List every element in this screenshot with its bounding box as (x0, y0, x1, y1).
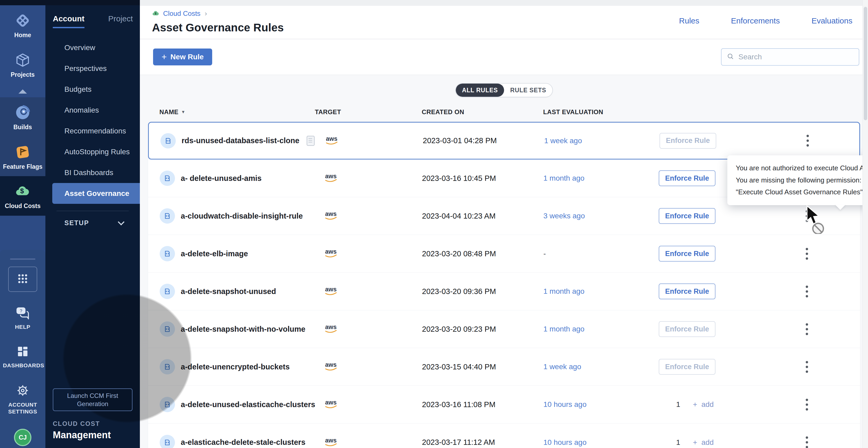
scrollbar-thumb[interactable] (864, 7, 867, 120)
sidebar-item-asset-governance[interactable]: Asset Governance (52, 183, 140, 204)
rail-item-builds[interactable]: Builds (0, 97, 45, 137)
enforce-rule-button[interactable]: Enforce Rule (659, 133, 716, 149)
sidebar-item-recommendations[interactable]: Recommendations (45, 120, 140, 141)
enforce-rule-button[interactable]: Enforce Rule (659, 283, 715, 299)
launch-ccm-first-gen-button[interactable]: Launch CCM First Generation (53, 388, 132, 411)
svg-text:aws: aws (325, 399, 337, 406)
target-cell: aws (313, 361, 420, 373)
setup-section-toggle[interactable]: SETUP (45, 211, 140, 227)
row-menu-cell (792, 361, 860, 373)
last-evaluation-link[interactable]: 1 month ago (541, 287, 659, 296)
breadcrumb: $ Cloud Costs › (152, 9, 284, 18)
rule-name-cell: a-delete-unencrypted-buckets (148, 359, 313, 374)
rule-name-cell: a-elasticache-delete-stale-clusters (148, 435, 313, 448)
enforce-rule-button[interactable]: Enforce Rule (659, 321, 715, 337)
table-row[interactable]: rds-unused-databases-list-clone aws 2023… (148, 122, 860, 160)
kebab-menu-icon[interactable] (805, 437, 809, 448)
kebab-menu-icon[interactable] (805, 399, 809, 411)
breadcrumb-cloud-costs[interactable]: Cloud Costs (163, 9, 200, 18)
last-evaluation-link[interactable]: 1 week ago (541, 363, 659, 371)
rail-item-feature-flags[interactable]: Feature Flags (0, 137, 45, 176)
action-cell: 1 + add (659, 438, 792, 447)
rail-item-cloud-costs[interactable]: $ Cloud Costs (0, 176, 45, 216)
projects-icon (14, 52, 31, 69)
column-header-created-on: CREATED ON (420, 108, 541, 116)
rail-item-help[interactable]: ? HELP (15, 307, 30, 331)
copy-icon[interactable] (307, 136, 315, 146)
module-switcher-button[interactable] (8, 267, 37, 292)
last-evaluation-link[interactable]: 1 month ago (541, 174, 659, 182)
enforce-rule-button[interactable]: Enforce Rule (659, 170, 715, 186)
rule-name-cell: a-delete-snapshot-with-no-volume (148, 321, 313, 337)
nav-link-rules[interactable]: Rules (679, 16, 700, 25)
new-rule-button[interactable]: + New Rule (153, 48, 212, 65)
sidebar-item-perspectives[interactable]: Perspectives (45, 58, 140, 79)
table-row[interactable]: a-delete-unused-elasticache-clusters aws… (148, 386, 860, 423)
aws-logo-icon: aws (323, 179, 339, 184)
sidebar-item-bi-dashboards[interactable]: BI Dashboards (45, 162, 140, 183)
aws-logo-icon: aws (323, 217, 339, 222)
tab-project[interactable]: Project (108, 14, 133, 28)
action-cell: Enforce Rule (659, 246, 792, 262)
vertical-scrollbar[interactable] (863, 0, 868, 448)
nav-link-evaluations[interactable]: Evaluations (811, 16, 852, 25)
table-row[interactable]: a-elasticache-delete-stale-clusters aws … (148, 423, 860, 448)
kebab-menu-icon[interactable] (805, 248, 809, 260)
rail-collapse-caret[interactable] (0, 84, 45, 97)
svg-text:aws: aws (325, 248, 337, 255)
search-input[interactable] (738, 53, 854, 61)
last-evaluation-link[interactable]: 1 month ago (541, 325, 659, 333)
enforce-rule-button[interactable]: Enforce Rule (659, 246, 715, 262)
rule-name-cell: a-cloudwatch-disable-insight-rule (148, 208, 313, 223)
rules-table: NAME ▼ TARGET CREATED ON LAST EVALUATION… (148, 103, 860, 448)
last-evaluation-link[interactable]: 1 week ago (542, 137, 659, 145)
action-cell: Enforce Rule (659, 359, 792, 375)
add-enforcement-link[interactable]: + add (693, 438, 714, 447)
sidebar-item-anomalies[interactable]: Anomalies (45, 100, 140, 120)
kebab-menu-icon[interactable] (805, 361, 809, 373)
last-evaluation-link[interactable]: 3 weeks ago (541, 212, 659, 220)
table-row[interactable]: a-delete-snapshot-unused aws 2023-03-20 … (148, 273, 860, 310)
caret-up-icon (19, 90, 27, 94)
table-row[interactable]: a-delete-snapshot-with-no-volume aws 202… (148, 310, 860, 348)
table-row[interactable]: a-delete-elb-image aws 2023-03-20 08:48 … (148, 235, 860, 273)
column-header-name[interactable]: NAME ▼ (148, 108, 313, 116)
table-row[interactable]: a-delete-unencrypted-buckets aws 2023-03… (148, 348, 860, 386)
kebab-menu-icon[interactable] (805, 285, 809, 298)
search-icon (727, 53, 734, 61)
toggle-all-rules[interactable]: ALL RULES (456, 83, 504, 97)
rail-item-projects[interactable]: Projects (0, 45, 45, 84)
permission-tooltip: You are not authorized to execute Cloud … (727, 155, 868, 205)
enforce-rule-button[interactable]: Enforce Rule (659, 359, 715, 375)
last-evaluation-link: - (541, 249, 659, 258)
kebab-menu-icon[interactable] (806, 135, 809, 147)
toggle-rule-sets[interactable]: RULE SETS (504, 83, 552, 97)
add-enforcement-link[interactable]: + add (693, 400, 714, 409)
table-header-row: NAME ▼ TARGET CREATED ON LAST EVALUATION (148, 103, 860, 122)
last-evaluation-link[interactable]: 10 hours ago (541, 438, 659, 447)
row-menu-cell (792, 399, 860, 411)
kebab-menu-icon[interactable] (805, 210, 809, 222)
sidebar-item-overview[interactable]: Overview (45, 37, 140, 58)
aws-logo-icon: aws (323, 331, 339, 335)
column-header-last-evaluation: LAST EVALUATION (541, 108, 658, 116)
rule-icon (160, 397, 175, 412)
rail-item-dashboards[interactable]: DASHBOARDS (3, 345, 42, 369)
sidebar-item-autostopping-rules[interactable]: AutoStopping Rules (45, 141, 140, 162)
target-cell: aws (313, 285, 420, 298)
header-nav: Rules Enforcements Evaluations (679, 9, 852, 34)
svg-text:aws: aws (325, 173, 337, 179)
nav-link-enforcements[interactable]: Enforcements (731, 16, 780, 25)
user-avatar[interactable]: CJ (14, 429, 31, 446)
module-eyebrow: CLOUD COST (53, 420, 132, 427)
last-evaluation-link[interactable]: 10 hours ago (541, 400, 659, 409)
created-on: 2023-03-20 08:48 PM (420, 249, 541, 258)
sidebar-item-budgets[interactable]: Budgets (45, 79, 140, 100)
rail-item-home[interactable]: Home (0, 5, 45, 45)
enforce-rule-button[interactable]: Enforce Rule (659, 208, 715, 224)
svg-text:aws: aws (325, 210, 337, 217)
rail-item-account-settings[interactable]: ACCOUNT SETTINGS (3, 384, 42, 415)
kebab-menu-icon[interactable] (805, 323, 809, 335)
tooltip-line: "Execute Cloud Asset Governance Rules" i… (736, 186, 868, 198)
tab-account[interactable]: Account (53, 14, 85, 28)
